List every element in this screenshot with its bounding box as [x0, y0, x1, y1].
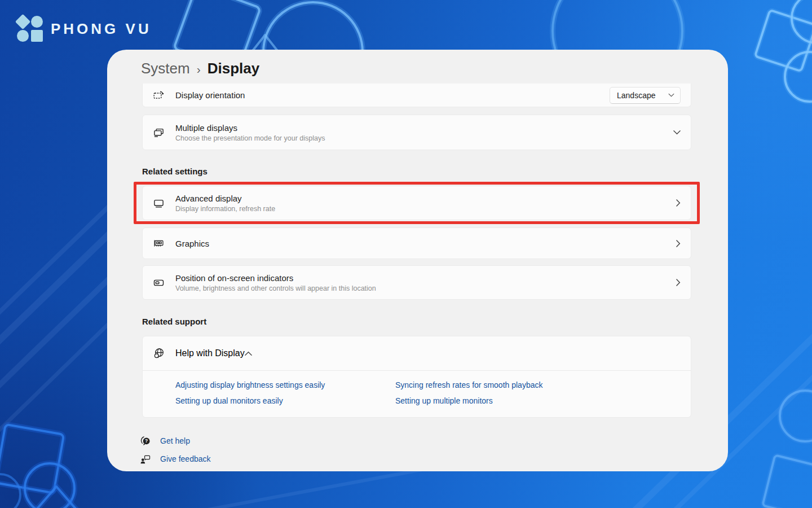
help-link-multiple-monitors[interactable]: Setting up multiple monitors	[395, 396, 691, 405]
multiple-displays-icon	[153, 127, 165, 138]
get-help-icon: ?	[140, 435, 151, 446]
row-title: Position of on-screen indicators	[175, 273, 376, 283]
display-orientation-icon	[153, 90, 165, 101]
chevron-right-icon	[676, 240, 681, 247]
page-background: PHONG VU System › Display Display orient…	[0, 0, 812, 508]
row-title: Multiple displays	[175, 123, 325, 133]
logo-diamond-shape	[15, 14, 30, 29]
orientation-dropdown[interactable]: Landscape	[610, 87, 681, 104]
chevron-up-icon	[245, 351, 252, 356]
row-multiple-displays[interactable]: Multiple displays Choose the presentatio…	[142, 115, 691, 150]
row-graphics[interactable]: Graphics	[142, 227, 691, 259]
get-help-link[interactable]: ? Get help	[140, 435, 190, 446]
help-link-refresh-rates[interactable]: Syncing refresh rates for smooth playbac…	[395, 380, 691, 389]
brand-logo-icon	[17, 16, 43, 42]
row-title: Graphics	[175, 239, 209, 248]
logo-square-shape	[31, 30, 43, 42]
breadcrumb: System › Display	[141, 60, 259, 77]
help-link-brightness[interactable]: Adjusting display brightness settings ea…	[175, 380, 395, 389]
page-title: Display	[208, 60, 260, 77]
brand-logo: PHONG VU	[17, 16, 152, 42]
row-subtitle: Volume, brightness and other controls wi…	[175, 284, 376, 292]
highlight-annotation-box	[134, 182, 700, 224]
brand-name: PHONG VU	[51, 20, 152, 38]
related-settings-header: Related settings	[142, 167, 208, 176]
row-help-with-display[interactable]: Help with Display	[143, 336, 691, 371]
settings-window: System › Display Display orientation Lan…	[107, 50, 728, 471]
logo-circle-shape	[31, 16, 43, 28]
onscreen-indicators-icon	[153, 277, 165, 288]
breadcrumb-chevron-icon: ›	[197, 62, 201, 76]
svg-text:?: ?	[145, 438, 148, 444]
chevron-down-icon	[668, 93, 674, 97]
row-onscreen-indicators[interactable]: Position of on-screen indicators Volume,…	[142, 265, 691, 300]
breadcrumb-system[interactable]: System	[141, 60, 190, 77]
help-links: Adjusting display brightness settings ea…	[143, 371, 691, 405]
give-feedback-link[interactable]: Give feedback	[140, 453, 211, 465]
logo-circle-shape	[17, 30, 29, 42]
chevron-down-icon	[673, 130, 681, 135]
give-feedback-label: Give feedback	[160, 454, 211, 463]
related-support-header: Related support	[142, 317, 206, 326]
chevron-right-icon	[676, 279, 681, 286]
help-link-dual-monitors[interactable]: Setting up dual monitors easily	[175, 396, 395, 405]
globe-help-icon	[153, 347, 166, 360]
give-feedback-icon	[140, 453, 151, 465]
help-container: Help with Display Adjusting display brig…	[142, 336, 691, 418]
graphics-card-icon	[153, 238, 165, 249]
orientation-dropdown-value: Landscape	[617, 91, 656, 100]
row-subtitle: Choose the presentation mode for your di…	[175, 134, 325, 142]
row-title: Help with Display	[175, 348, 245, 358]
row-title: Display orientation	[175, 90, 245, 100]
get-help-label: Get help	[160, 436, 190, 445]
row-display-orientation[interactable]: Display orientation Landscape	[142, 84, 691, 107]
